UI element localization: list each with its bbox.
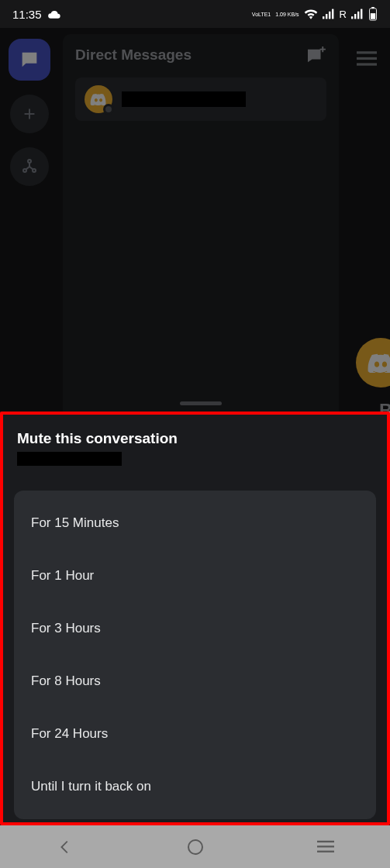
svg-rect-5 xyxy=(354,14,356,19)
svg-rect-6 xyxy=(357,12,359,19)
avatar xyxy=(85,85,112,113)
svg-rect-0 xyxy=(323,16,324,19)
dm-username-redacted xyxy=(122,91,246,107)
discord-logo-icon xyxy=(90,93,107,105)
svg-rect-3 xyxy=(332,9,333,19)
mute-option-8hours[interactable]: For 8 Hours xyxy=(14,655,376,708)
status-bar: 11:35 VoLTE1 1.09 KB/s R xyxy=(0,0,390,28)
svg-rect-10 xyxy=(371,13,375,19)
dm-panel: Direct Messages xyxy=(63,34,339,412)
status-indicator xyxy=(103,104,114,115)
svg-rect-1 xyxy=(326,14,327,19)
menu-icon[interactable] xyxy=(357,51,377,67)
mute-option-3hours[interactable]: For 3 Hours xyxy=(14,602,376,655)
chat-bubble-icon xyxy=(19,49,40,71)
svg-point-11 xyxy=(28,160,31,163)
discover-button[interactable] xyxy=(10,147,49,186)
discord-logo-icon xyxy=(368,353,390,373)
mute-option-15min[interactable]: For 15 Minutes xyxy=(14,497,376,549)
dm-panel-title: Direct Messages xyxy=(75,46,192,64)
svg-rect-4 xyxy=(351,16,353,19)
status-clock: 11:35 xyxy=(12,8,42,21)
svg-point-17 xyxy=(188,840,202,854)
svg-rect-9 xyxy=(371,7,374,9)
svg-rect-15 xyxy=(357,57,377,60)
svg-rect-20 xyxy=(317,850,334,852)
add-server-button[interactable] xyxy=(10,95,49,133)
svg-rect-2 xyxy=(329,12,330,19)
mute-option-24hours[interactable]: For 24 Hours xyxy=(14,708,376,760)
mute-option-indefinite[interactable]: Until I turn it back on xyxy=(14,760,376,813)
new-message-icon[interactable] xyxy=(306,46,326,64)
cloud-icon xyxy=(48,10,60,19)
sheet-subtitle-redacted xyxy=(17,452,122,466)
svg-rect-16 xyxy=(357,63,377,65)
signal-icon-2 xyxy=(351,9,364,19)
signal-icon xyxy=(323,9,335,19)
back-button[interactable] xyxy=(57,839,74,856)
plus-icon xyxy=(21,105,38,122)
svg-rect-7 xyxy=(361,9,362,19)
svg-rect-19 xyxy=(317,846,334,847)
sheet-title: Mute this conversation xyxy=(17,430,373,447)
recents-button[interactable] xyxy=(317,840,334,854)
dm-home-button[interactable] xyxy=(9,39,50,81)
svg-rect-18 xyxy=(317,840,334,842)
home-button[interactable] xyxy=(186,838,205,856)
network-icon xyxy=(20,157,39,176)
network-speed: 1.09 KB/s xyxy=(275,12,299,17)
server-rail xyxy=(0,28,58,412)
volte-indicator: VoLTE1 xyxy=(252,12,271,17)
wifi-icon xyxy=(304,9,318,19)
drag-handle[interactable] xyxy=(180,401,222,405)
roaming-indicator: R xyxy=(340,9,347,20)
mute-options-list: For 15 Minutes For 1 Hour For 3 Hours Fo… xyxy=(14,491,376,819)
battery-icon xyxy=(368,7,378,21)
dm-list-item[interactable] xyxy=(75,78,326,121)
svg-rect-14 xyxy=(357,51,377,53)
mute-option-1hour[interactable]: For 1 Hour xyxy=(14,549,376,602)
android-nav-bar xyxy=(0,825,390,868)
mute-bottom-sheet: Mute this conversation For 15 Minutes Fo… xyxy=(0,412,390,825)
